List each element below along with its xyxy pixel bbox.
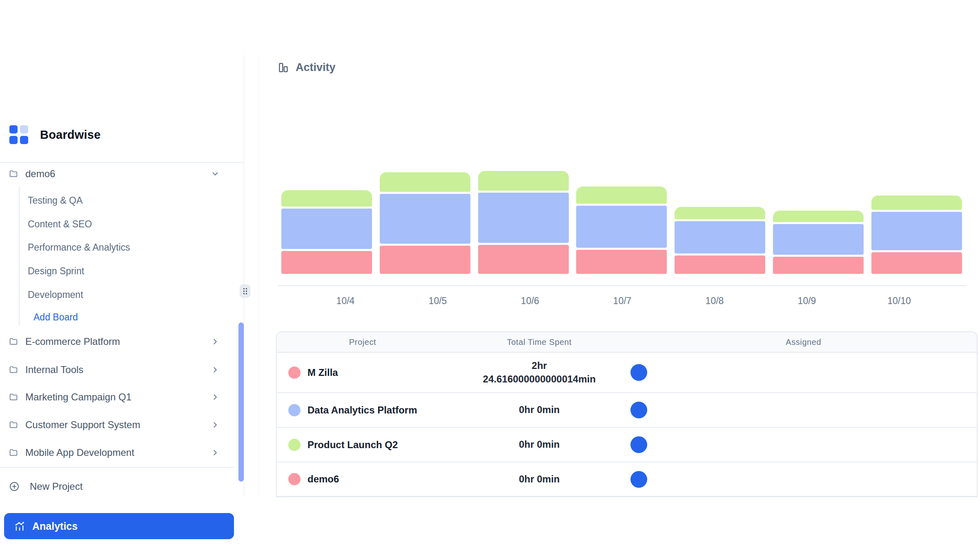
bar-segment-m-zilla[interactable] [380,246,470,274]
bar-segment-data-analytics-platform[interactable] [478,193,569,243]
project-name: M Zilla [307,367,338,378]
chart-bar-10/10[interactable] [871,196,962,274]
bar-segment-data-analytics-platform[interactable] [576,206,667,248]
assignee-avatar[interactable] [630,364,647,381]
project-color-dot [288,439,301,451]
sidebar-resize-handle[interactable] [240,284,250,298]
chevron-down-icon [211,169,220,178]
analytics-chart-icon [14,520,25,532]
project-color-dot [288,404,301,416]
sidebar-board-item[interactable]: Performance & Analytics [28,239,199,256]
sidebar-project-item[interactable]: Internal Tools [0,361,234,379]
board-list-guide-line [19,187,20,325]
project-label: demo6 [25,168,55,180]
project-name: Product Launch Q2 [307,439,398,451]
x-axis-label: 10/5 [392,295,484,309]
x-axis-label: 10/8 [668,295,761,309]
chart-bar-10/9[interactable] [773,211,864,274]
sidebar-board-item[interactable]: Content & SEO [28,216,199,232]
assignee-avatar[interactable] [630,402,647,418]
sidebar-project-item[interactable]: Marketing Campaign Q1 [0,388,234,406]
bar-segment-product-launch-q2[interactable] [675,207,765,219]
time-line: 0hr 0min [519,438,560,451]
sidebar-project-item[interactable]: Mobile App Development [0,444,234,462]
total-time-cell: 0hr 0min [448,428,630,462]
time-line: 24.616000000000014min [483,373,596,386]
table-row[interactable]: M Zilla2hr24.616000000000014min [277,353,977,393]
bar-segment-m-zilla[interactable] [478,245,569,274]
column-header-assigned: Assigned [630,332,977,352]
project-label: Customer Support System [25,419,140,431]
analytics-label: Analytics [32,520,78,532]
assigned-cell [630,462,977,496]
assignee-avatar[interactable] [630,436,647,453]
sidebar-divider [0,467,234,468]
sidebar-scrollbar-thumb[interactable] [238,322,244,482]
chevron-right-icon [211,420,220,429]
activity-stacked-bar-chart [281,171,962,274]
bar-segment-m-zilla[interactable] [576,250,667,274]
bar-segment-m-zilla[interactable] [773,257,864,274]
project-cell: demo6 [277,462,448,496]
logo-square [20,136,28,144]
sidebar-project-demo6[interactable]: demo6 [0,165,234,183]
bar-segment-m-zilla[interactable] [281,251,372,274]
chevron-right-icon [211,448,220,457]
bar-segment-product-launch-q2[interactable] [380,172,470,192]
bar-segment-data-analytics-platform[interactable] [871,212,962,250]
bar-segment-data-analytics-platform[interactable] [773,224,864,255]
boardwise-logo-icon [9,125,28,144]
add-board-button[interactable]: Add Board [33,309,156,325]
assignee-avatar[interactable] [630,471,647,488]
new-project-button[interactable]: New Project [0,478,234,495]
sidebar: Boardwise demo6 Testing & QAContent & SE… [0,55,244,496]
project-time-table: Project Total Time Spent Assigned M Zill… [276,331,978,497]
table-row[interactable]: Product Launch Q20hr 0min [277,428,977,462]
project-name: demo6 [307,473,339,485]
assigned-cell [630,393,977,427]
chevron-right-icon [211,365,220,374]
time-line: 0hr 0min [519,473,560,486]
folder-icon [9,366,18,374]
sidebar-board-item[interactable]: Testing & QA [28,192,199,209]
logo-square [9,136,18,144]
analytics-nav-button[interactable]: Analytics [4,513,234,539]
bar-segment-m-zilla[interactable] [871,252,962,274]
bar-chart-icon [278,62,289,73]
column-header-total-time: Total Time Spent [448,332,630,352]
chart-bar-10/5[interactable] [380,172,470,274]
bar-segment-product-launch-q2[interactable] [773,211,864,222]
sidebar-project-item[interactable]: E-commerce Platform [0,333,234,351]
project-cell: Product Launch Q2 [277,428,448,462]
bar-segment-product-launch-q2[interactable] [871,196,962,210]
folder-icon [9,449,18,457]
sidebar-board-item[interactable]: Development [28,287,199,303]
bar-segment-product-launch-q2[interactable] [281,190,372,207]
x-axis-label: 10/6 [484,295,576,309]
table-row[interactable]: demo60hr 0min [277,462,977,497]
assigned-cell [630,428,977,462]
table-row[interactable]: Data Analytics Platform0hr 0min [277,393,977,428]
sidebar-board-item[interactable]: Design Sprint [28,263,199,279]
chevron-right-icon [211,337,220,346]
chart-bar-10/4[interactable] [281,190,372,274]
sidebar-project-item[interactable]: Customer Support System [0,416,234,434]
sidebar-right-border [244,55,244,496]
project-label: Internal Tools [25,364,83,375]
project-label: Marketing Campaign Q1 [25,391,131,403]
chart-bar-10/8[interactable] [675,207,765,274]
bar-segment-data-analytics-platform[interactable] [380,194,470,244]
bar-segment-data-analytics-platform[interactable] [675,221,765,253]
bar-segment-data-analytics-platform[interactable] [281,209,372,249]
chart-bar-10/6[interactable] [478,171,569,274]
project-cell: Data Analytics Platform [277,393,448,427]
bar-segment-m-zilla[interactable] [675,256,765,274]
chart-bar-10/7[interactable] [576,187,667,274]
bar-segment-product-launch-q2[interactable] [478,171,569,191]
x-axis-label: 10/9 [761,295,853,309]
time-line: 0hr 0min [519,403,560,416]
bar-segment-product-launch-q2[interactable] [576,187,667,204]
chevron-right-icon [211,393,220,402]
logo-square [9,125,18,133]
time-line: 2hr [532,359,547,372]
